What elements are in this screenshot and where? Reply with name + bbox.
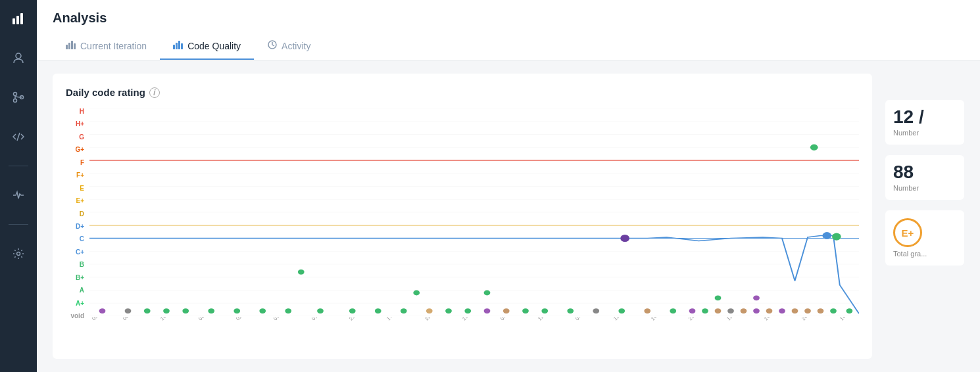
svg-point-45 [317, 308, 324, 314]
svg-point-67 [766, 308, 773, 314]
current-iteration-icon [66, 40, 76, 52]
x-label: 04/07/19 [499, 317, 517, 321]
svg-point-73 [846, 308, 853, 314]
svg-point-38 [144, 308, 151, 314]
svg-point-50 [445, 308, 452, 314]
metric-label-1: Number [893, 129, 956, 137]
y-label-e: E [80, 185, 84, 192]
x-label: 04/09/19 [574, 317, 592, 321]
header: Analysis Current Iteration [37, 0, 980, 60]
metric-box-2: 88 Number [885, 155, 964, 200]
tab-activity-label: Activity [282, 41, 310, 51]
svg-rect-13 [74, 43, 76, 49]
svg-point-68 [779, 308, 785, 314]
metric-value-1: 12 / [893, 108, 956, 126]
x-label: 10/09/18 [159, 317, 177, 321]
chart-plot: 03/18 06/09/18 10/09/18 08/10/18 02/11/1… [89, 108, 859, 346]
info-icon[interactable]: i [149, 87, 160, 98]
chart-title: Daily code rating i [66, 87, 859, 98]
svg-point-52 [484, 308, 491, 314]
tab-code-quality-label: Code Quality [187, 41, 241, 51]
y-label-dplus: D+ [76, 223, 84, 230]
x-label: 17/05/19 [385, 317, 403, 321]
tab-code-quality[interactable]: Code Quality [160, 34, 254, 60]
svg-point-62 [702, 308, 708, 314]
y-label-cplus: C+ [76, 249, 84, 256]
x-label: 02/11/18 [235, 317, 253, 321]
y-label-hplus: H+ [76, 121, 84, 128]
svg-point-63 [715, 308, 722, 314]
x-label: 01/01/19 [310, 317, 328, 321]
svg-point-74 [715, 295, 722, 300]
x-label: 13/06/19 [461, 317, 479, 321]
x-label: 12/07/19 [537, 317, 554, 321]
y-label-g: G [79, 134, 84, 141]
svg-point-69 [792, 308, 798, 314]
right-panel: 12 / Number 88 Number E+ Total gra... [885, 74, 964, 359]
svg-point-39 [163, 308, 170, 314]
x-label: 06/09/18 [122, 317, 139, 321]
svg-point-75 [753, 295, 760, 300]
svg-point-56 [567, 308, 574, 314]
chart-wrapper: H H+ G G+ F F+ E E+ D D+ C C+ B B+ A A+ [66, 108, 859, 346]
y-label-aplus: A+ [76, 300, 84, 307]
sidebar-divider-2 [9, 224, 28, 225]
svg-point-72 [830, 308, 837, 314]
svg-point-57 [593, 308, 599, 314]
svg-rect-17 [181, 43, 183, 49]
y-label-d: D [80, 211, 84, 218]
svg-rect-11 [68, 43, 70, 49]
user-icon[interactable] [8, 47, 29, 68]
svg-point-40 [182, 308, 189, 314]
y-label-eplus: E+ [76, 198, 84, 204]
y-label-fplus: F+ [76, 172, 84, 179]
svg-point-49 [426, 308, 433, 314]
svg-point-79 [620, 235, 629, 242]
svg-point-70 [804, 308, 811, 314]
code-icon[interactable] [8, 126, 29, 147]
merge-icon[interactable] [8, 87, 29, 108]
svg-rect-14 [173, 45, 175, 49]
y-label-void: void [70, 313, 84, 319]
svg-rect-2 [20, 13, 23, 24]
y-label-h: H [80, 108, 84, 115]
svg-point-58 [618, 308, 625, 314]
svg-point-3 [16, 53, 21, 58]
svg-point-42 [233, 308, 240, 314]
svg-point-61 [689, 308, 696, 314]
content-area: Daily code rating i H H+ G G+ F F+ E E+ … [37, 60, 980, 372]
svg-rect-10 [66, 45, 68, 49]
grade-badge: E+ [893, 218, 922, 247]
analysis-icon[interactable] [8, 8, 29, 29]
activity-icon [267, 40, 278, 52]
svg-point-65 [741, 308, 747, 314]
y-axis: H H+ G G+ F F+ E E+ D D+ C C+ B B+ A A+ [66, 108, 89, 346]
svg-rect-1 [16, 16, 19, 24]
svg-line-8 [17, 133, 20, 141]
metric-box-grade: E+ Total gra... [885, 210, 964, 266]
svg-point-43 [259, 308, 266, 314]
x-label: 12/09/19 [612, 317, 630, 321]
metric-box-1: 12 / Number [885, 100, 964, 145]
tab-activity[interactable]: Activity [254, 34, 324, 60]
settings-icon[interactable] [8, 243, 29, 264]
svg-point-47 [375, 308, 381, 314]
tab-bar: Current Iteration Code Quality [53, 34, 964, 60]
x-label: 12/11/19 [725, 317, 743, 321]
svg-point-5 [14, 99, 17, 103]
x-label: 22/05/19 [424, 317, 441, 321]
pulse-icon[interactable] [8, 185, 29, 206]
metric-value-2: 88 [893, 163, 956, 181]
x-label: 20/01/20 [800, 317, 818, 321]
svg-point-60 [670, 308, 676, 314]
svg-point-66 [753, 308, 760, 314]
svg-point-37 [125, 308, 132, 314]
y-label-bplus: B+ [76, 275, 84, 281]
y-label-f: F [80, 160, 84, 166]
svg-point-71 [818, 308, 824, 314]
x-axis-labels: 03/18 06/09/18 10/09/18 08/10/18 02/11/1… [89, 317, 859, 323]
tab-current-iteration[interactable]: Current Iteration [53, 34, 160, 60]
svg-point-51 [464, 308, 471, 314]
main-content: Analysis Current Iteration [37, 0, 980, 372]
y-label-b: B [80, 262, 84, 268]
